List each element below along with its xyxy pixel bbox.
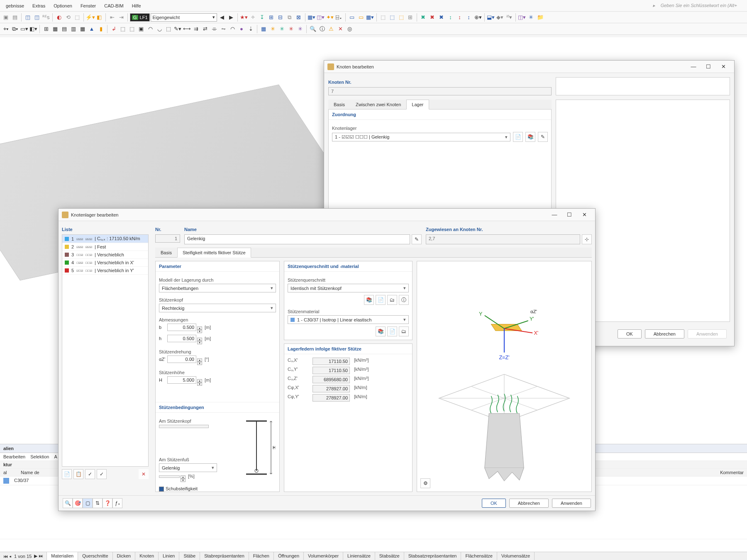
h-input[interactable]: 0.500 bbox=[167, 335, 196, 342]
lib-icon[interactable]: 📚 bbox=[364, 295, 374, 305]
toolbar-icon[interactable]: ⬚ bbox=[119, 25, 127, 33]
toolbar-icon[interactable]: ◫▾ bbox=[317, 13, 325, 22]
axis-y2-icon[interactable]: ↕ bbox=[456, 13, 464, 22]
toolbar-icon[interactable]: ⧉▾ bbox=[11, 25, 19, 33]
tab[interactable]: Materialien bbox=[47, 552, 78, 560]
lib-icon[interactable]: 📚 bbox=[376, 326, 386, 336]
library-icon[interactable]: 📚 bbox=[525, 132, 535, 142]
toolbar-icon[interactable]: ⥊ bbox=[219, 25, 227, 33]
node-number-input[interactable]: 7 bbox=[328, 87, 552, 95]
edit-name-icon[interactable]: ✎ bbox=[412, 234, 422, 244]
toolbar-icon[interactable]: ▤ bbox=[60, 25, 68, 33]
axis-x-icon[interactable]: ✖ bbox=[419, 13, 427, 22]
toolbar-icon[interactable]: ◫▾ bbox=[518, 13, 526, 22]
toolbar-icon[interactable]: ▥ bbox=[69, 25, 78, 33]
toolbar-icon[interactable]: ▦ bbox=[259, 25, 268, 33]
tab[interactable]: Öffnungen bbox=[274, 552, 304, 560]
toolbar-icon[interactable]: ⇣ bbox=[247, 25, 255, 33]
toolbar-icon[interactable]: ⬚ bbox=[128, 25, 136, 33]
toolbar-icon[interactable]: ⬚ bbox=[397, 13, 405, 22]
check-icon[interactable]: ✓ bbox=[85, 469, 95, 479]
tab-basis[interactable]: Basis bbox=[155, 248, 177, 257]
search-hint[interactable]: ▸ Geben Sie ein Schlüsselwort ein (Alt+ bbox=[649, 3, 745, 8]
loadcase-combo[interactable]: Eigengewicht▾ bbox=[151, 13, 217, 22]
minimize-icon[interactable]: ― bbox=[547, 210, 562, 220]
menu-item[interactable]: Extras bbox=[28, 3, 49, 8]
toolbar-icon[interactable]: ⊞ bbox=[267, 13, 276, 22]
toolbar-icon[interactable]: ⇥ bbox=[117, 13, 125, 22]
toolbar-icon[interactable]: ● bbox=[237, 25, 246, 33]
toolbar-icon[interactable]: ▦▾ bbox=[366, 13, 374, 22]
apply-button[interactable]: Anwenden bbox=[688, 329, 727, 338]
titlebar[interactable]: Knotenlager bearbeiten ― ☐ ✕ bbox=[59, 209, 595, 221]
minimize-icon[interactable]: ― bbox=[686, 62, 701, 72]
H-input[interactable]: 5.000 bbox=[167, 376, 196, 384]
toolbar-icon[interactable]: ⬚ bbox=[73, 13, 81, 22]
delete-icon[interactable]: ✕ bbox=[139, 469, 149, 479]
titlebar[interactable]: Knoten bearbeiten ― ☐ ✕ bbox=[324, 61, 734, 73]
toolbar-icon[interactable]: ▭ bbox=[348, 13, 356, 22]
toolbar-icon[interactable]: ◫ bbox=[33, 13, 41, 22]
toolbar-icon[interactable]: ⬚ bbox=[388, 13, 396, 22]
edit-icon[interactable]: 🗂 bbox=[387, 295, 397, 305]
menu-item[interactable]: CAD-BIM bbox=[100, 3, 127, 8]
toolbar-icon[interactable]: ✎▾ bbox=[173, 25, 182, 33]
tab-between[interactable]: Zwischen zwei Knoten bbox=[350, 100, 406, 109]
tool-icon[interactable]: 🎯 bbox=[73, 498, 83, 508]
tab[interactable]: Linien bbox=[159, 552, 179, 560]
pct-input[interactable] bbox=[159, 475, 180, 478]
toolbar-icon[interactable]: ⟲ bbox=[64, 13, 72, 22]
model-select[interactable]: Flächenbettungen▾ bbox=[159, 284, 276, 292]
tab[interactable]: Knoten bbox=[135, 552, 159, 560]
tool-icon[interactable]: ▢ bbox=[83, 498, 93, 508]
toolbar-icon[interactable]: ◧▾ bbox=[29, 25, 37, 33]
record-navigator[interactable]: ⏮ ◀ 1 von 15 ▶ ⏭ bbox=[0, 552, 47, 560]
warning-icon[interactable]: ⚠ bbox=[327, 25, 335, 33]
maximize-icon[interactable]: ☐ bbox=[701, 62, 716, 72]
toolbar-icon[interactable]: ✧ bbox=[249, 13, 257, 22]
axis-z2-icon[interactable]: ↕ bbox=[465, 13, 473, 22]
toolbar-icon[interactable]: ⌯ bbox=[210, 25, 218, 33]
toolbar-icon[interactable]: ▭ bbox=[357, 13, 365, 22]
tab[interactable]: Stabsatzrepräsentanten bbox=[404, 552, 461, 560]
toolbar-icon[interactable]: ◠ bbox=[228, 25, 237, 33]
cancel-button[interactable]: Abbrechen bbox=[645, 329, 684, 338]
tab-basis[interactable]: Basis bbox=[328, 100, 350, 109]
info-icon[interactable]: ⓘ bbox=[399, 295, 409, 305]
toolbar-icon[interactable]: ⬓▾ bbox=[487, 13, 495, 22]
top-cond-input[interactable] bbox=[159, 425, 209, 428]
shear-checkbox[interactable] bbox=[159, 487, 164, 492]
toolbar-icon[interactable]: ⌖▾ bbox=[2, 25, 10, 33]
toolbar-icon[interactable]: ⬚ bbox=[164, 25, 173, 33]
list-item[interactable]: 3☐☐☑ ☐☐☑| Verschieblich bbox=[62, 251, 148, 259]
tab[interactable]: Flächen bbox=[249, 552, 274, 560]
toolbar-icon[interactable]: ◡ bbox=[155, 25, 164, 33]
tab-support[interactable]: Lager bbox=[406, 100, 429, 110]
head-select[interactable]: Rechteckig▾ bbox=[159, 304, 276, 312]
apply-button[interactable]: Anwenden bbox=[552, 499, 591, 508]
toolbar-icon[interactable]: ⊕▾ bbox=[474, 13, 482, 22]
new-icon[interactable]: 📄 bbox=[513, 132, 523, 142]
nr-input[interactable]: 1 bbox=[155, 234, 180, 243]
b-input[interactable]: 0.500 bbox=[167, 324, 196, 331]
list-item[interactable]: 2☑☑☑ ☑☑☑| Fest bbox=[62, 243, 148, 251]
tool-icon[interactable]: 🔍 bbox=[63, 498, 73, 508]
btn[interactable]: Selektion bbox=[30, 454, 49, 459]
toolbar-icon[interactable]: ⁱ⁰▾ bbox=[505, 13, 513, 22]
toolbar-icon[interactable]: ✳ bbox=[278, 25, 286, 33]
tool-icon[interactable]: ƒₓ bbox=[112, 498, 122, 508]
nav-next-icon[interactable]: ▶ bbox=[227, 13, 235, 22]
toolbar-icon[interactable]: ◐ bbox=[55, 13, 63, 22]
toolbar-icon[interactable]: ✳ bbox=[287, 25, 295, 33]
btn[interactable]: Bearbeiten bbox=[3, 454, 25, 459]
list-item[interactable]: 5☑☐☑ ☐☐☑| Verschieblich in Y' bbox=[62, 267, 148, 275]
name-input[interactable]: Gelenkig bbox=[184, 234, 410, 244]
menu-item[interactable]: Fenster bbox=[76, 3, 100, 8]
tab[interactable]: Querschnitte bbox=[78, 552, 112, 560]
tool-icon[interactable]: ❓ bbox=[103, 498, 112, 508]
toolbar-icon[interactable]: ▣ bbox=[137, 25, 145, 33]
toolbar-icon[interactable]: ⊟ bbox=[276, 13, 285, 22]
az-input[interactable]: 0.00 bbox=[167, 355, 196, 363]
axis-y-icon[interactable]: ✖ bbox=[428, 13, 437, 22]
toolbar-icon[interactable]: ▦ bbox=[78, 25, 87, 33]
